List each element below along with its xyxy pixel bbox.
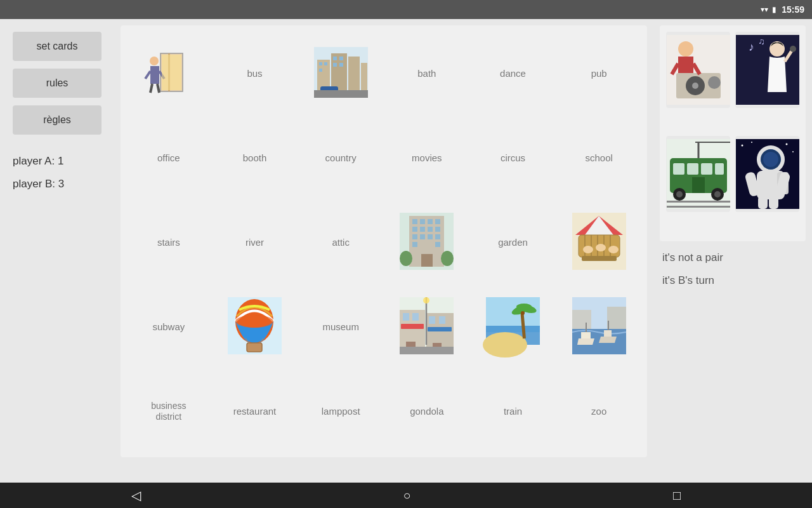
- card-pub[interactable]: pub: [557, 32, 641, 114]
- svg-line-4: [145, 71, 150, 79]
- card-label-stairs: stairs: [157, 237, 180, 248]
- svg-rect-34: [435, 227, 440, 232]
- svg-rect-24: [314, 90, 368, 98]
- card-restaurant[interactable]: restaurant: [213, 369, 297, 451]
- card-subway[interactable]: subway: [127, 284, 211, 366]
- player-b-score: 3: [58, 178, 64, 190]
- balloon-image: [226, 298, 283, 352]
- card-attic[interactable]: attic: [299, 201, 383, 283]
- svg-point-129: [792, 151, 794, 152]
- svg-rect-137: [758, 196, 768, 209]
- svg-point-43: [441, 251, 454, 266]
- back-button[interactable]: ◁: [106, 485, 166, 505]
- main-layout: set cards rules règles player A: 1 playe…: [0, 19, 812, 483]
- card-label-museum: museum: [322, 321, 359, 333]
- svg-line-6: [150, 84, 152, 93]
- card-beach[interactable]: [471, 284, 555, 366]
- svg-rect-16: [319, 69, 322, 72]
- boats-image: [570, 298, 627, 352]
- svg-point-83: [516, 304, 532, 310]
- svg-rect-3: [150, 66, 159, 84]
- card-circus[interactable]: circus: [471, 116, 555, 198]
- card-river[interactable]: river: [213, 201, 297, 283]
- card-label-bath: bath: [417, 68, 436, 79]
- card-balloon[interactable]: [213, 284, 297, 366]
- card-stairs[interactable]: stairs: [127, 201, 211, 283]
- svg-rect-29: [428, 219, 433, 224]
- svg-rect-113: [687, 163, 698, 175]
- svg-rect-14: [319, 62, 322, 65]
- card-lamppost[interactable]: lamppost: [299, 369, 383, 451]
- svg-text:♪: ♪: [749, 41, 754, 53]
- svg-point-2: [150, 57, 159, 65]
- card-business-district[interactable]: business district: [127, 369, 211, 451]
- svg-marker-91: [599, 337, 617, 343]
- card-door-person[interactable]: [127, 32, 211, 114]
- svg-rect-92: [604, 330, 612, 337]
- regles-button[interactable]: règles: [13, 105, 102, 135]
- svg-rect-70: [429, 316, 435, 324]
- matched-card-tram: [666, 136, 730, 212]
- card-booth[interactable]: booth: [213, 116, 297, 198]
- rules-button[interactable]: rules: [13, 69, 102, 98]
- svg-point-127: [751, 142, 752, 143]
- card-dance[interactable]: dance: [471, 32, 555, 114]
- card-gondola[interactable]: gondola: [385, 369, 469, 451]
- card-country[interactable]: country: [299, 116, 383, 198]
- card-school[interactable]: school: [557, 116, 641, 198]
- svg-rect-86: [572, 310, 591, 332]
- recent-apps-button[interactable]: □: [648, 486, 706, 505]
- card-museum[interactable]: museum: [299, 284, 383, 366]
- svg-marker-89: [577, 338, 594, 345]
- card-garden[interactable]: garden: [471, 201, 555, 283]
- svg-rect-38: [435, 234, 440, 239]
- card-label-dance: dance: [500, 68, 526, 79]
- svg-rect-19: [333, 63, 337, 67]
- matched-card-worker: [666, 32, 730, 108]
- player-b-row: player B: 3: [13, 178, 102, 190]
- svg-point-59: [235, 315, 273, 328]
- svg-rect-124: [667, 206, 730, 208]
- card-movies[interactable]: movies: [385, 116, 469, 198]
- card-office[interactable]: office: [127, 116, 211, 198]
- card-bath[interactable]: bath: [385, 32, 469, 114]
- card-label-bus: bus: [247, 68, 262, 79]
- card-label-train: train: [504, 406, 522, 417]
- svg-rect-90: [581, 332, 591, 338]
- svg-rect-20: [339, 63, 343, 67]
- svg-rect-8: [162, 55, 181, 90]
- card-label-gondola: gondola: [410, 406, 443, 417]
- door-person-image: [140, 46, 197, 100]
- card-label-circus: circus: [501, 152, 525, 164]
- svg-point-100: [692, 83, 698, 89]
- card-boats[interactable]: [557, 284, 641, 366]
- home-button[interactable]: ○: [377, 486, 436, 505]
- svg-point-128: [785, 144, 787, 145]
- card-label-country: country: [325, 152, 357, 164]
- card-city-street[interactable]: [385, 284, 469, 366]
- card-carousel[interactable]: [557, 201, 641, 283]
- card-label-office: office: [157, 152, 180, 164]
- status-line-2: it's B's turn: [660, 269, 806, 292]
- svg-rect-87: [607, 307, 626, 332]
- svg-rect-30: [435, 219, 440, 224]
- card-label-movies: movies: [412, 152, 442, 164]
- svg-rect-31: [412, 227, 417, 232]
- matched-card-singer: ♪ ♫: [735, 32, 799, 108]
- svg-rect-116: [692, 177, 705, 193]
- building-image: [398, 214, 455, 268]
- card-zoo[interactable]: zoo: [557, 369, 641, 451]
- card-train[interactable]: train: [471, 369, 555, 451]
- svg-rect-67: [428, 327, 452, 331]
- svg-point-75: [423, 297, 429, 304]
- card-building[interactable]: [385, 201, 469, 283]
- svg-rect-71: [439, 316, 445, 324]
- svg-rect-39: [412, 242, 417, 247]
- svg-text:♫: ♫: [758, 37, 765, 46]
- svg-line-7: [157, 84, 159, 93]
- card-label-school: school: [585, 152, 612, 164]
- svg-point-101: [708, 76, 721, 89]
- card-bus[interactable]: bus: [213, 32, 297, 114]
- set-cards-button[interactable]: set cards: [13, 32, 102, 61]
- card-street[interactable]: [299, 32, 383, 114]
